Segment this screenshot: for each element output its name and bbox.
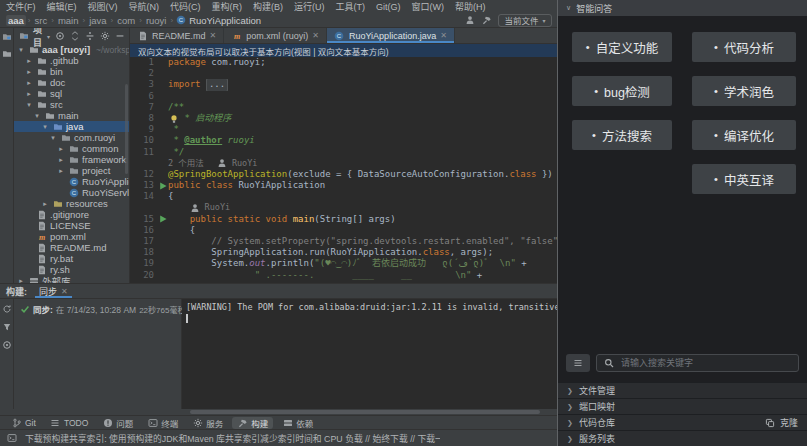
- close-tab-icon[interactable]: ✕: [440, 31, 447, 40]
- background-tasks-icon[interactable]: [6, 433, 17, 444]
- menu-item[interactable]: 编辑(E): [47, 0, 77, 13]
- menu-item[interactable]: 重构(R): [212, 0, 243, 13]
- close-tab-icon[interactable]: ✕: [210, 31, 217, 40]
- tree-item-aaa-ruoyi-[interactable]: ▾aaa [ruoyi]~/workspace/aaa: [14, 44, 129, 55]
- tree-item-doc[interactable]: ▸doc: [14, 77, 129, 88]
- tree-item-ruoyiapplication[interactable]: CRuoYiApplication: [14, 176, 129, 187]
- breadcrumb-item[interactable]: src: [33, 15, 50, 26]
- breadcrumb-item[interactable]: com: [115, 15, 137, 26]
- tree-item-ruoyiservletinitiali[interactable]: CRuoYiServletInitiali: [14, 187, 129, 198]
- assistant-section-端口映射[interactable]: ❯端口映射: [558, 398, 807, 414]
- run-line-icon[interactable]: [158, 180, 169, 191]
- close-tab-icon[interactable]: ✕: [312, 31, 319, 40]
- tree-item-.gitignore[interactable]: .gitignore: [14, 209, 129, 220]
- tool-window-button-git[interactable]: Git: [6, 417, 41, 429]
- commit-stripe-icon[interactable]: [1, 48, 12, 59]
- tree-item-src[interactable]: ▾src: [14, 99, 129, 110]
- inlay-hint[interactable]: 2 个用法: [168, 158, 204, 169]
- intention-bulb-icon[interactable]: [168, 113, 179, 124]
- project-view-icon: [18, 31, 29, 42]
- tool-window-button-todo[interactable]: TODO: [45, 417, 93, 429]
- breadcrumb-item[interactable]: java: [87, 15, 108, 26]
- menu-hamburger-button[interactable]: [566, 354, 590, 372]
- menu-item[interactable]: 窗口(W): [412, 0, 445, 13]
- tool-window-button-构建[interactable]: 构建: [232, 417, 273, 429]
- tree-item-pom.xml[interactable]: mpom.xml: [14, 231, 129, 242]
- build-refresh-icon[interactable]: [1, 303, 12, 314]
- menu-item[interactable]: 构建(B): [253, 0, 283, 13]
- breadcrumb-item[interactable]: aaa: [6, 15, 26, 26]
- tree-scrollbar[interactable]: [125, 84, 128, 174]
- clone-button[interactable]: 克隆: [765, 416, 798, 429]
- run-line-icon[interactable]: [158, 214, 169, 225]
- assistant-panel-header[interactable]: ∨ 智能问答: [558, 0, 807, 16]
- tool-window-button-依赖[interactable]: 依赖: [277, 417, 318, 429]
- close-icon[interactable]: ✕: [61, 287, 68, 296]
- breadcrumb-item[interactable]: main: [56, 15, 81, 26]
- menu-item[interactable]: 工具(T): [336, 0, 366, 13]
- user-toolbar-icon[interactable]: [464, 15, 475, 26]
- tree-item-resources[interactable]: ▸resources: [14, 198, 129, 209]
- assistant-button-自定义功能[interactable]: •自定义功能: [572, 32, 672, 62]
- editor-tab-pom.xml[interactable]: mpom.xml (ruoyi)✕: [224, 28, 327, 43]
- breadcrumb-item[interactable]: ruoyi: [144, 15, 169, 26]
- build-filter-icon[interactable]: [1, 321, 12, 332]
- assistant-button-bug检测[interactable]: •bug检测: [572, 76, 672, 106]
- hammer-toolbar-icon[interactable]: [481, 15, 492, 26]
- menu-item[interactable]: 文件(F): [6, 0, 36, 13]
- project-gear-icon[interactable]: [99, 31, 110, 42]
- project-target-icon[interactable]: [54, 31, 65, 42]
- menu-item[interactable]: 代码(C): [170, 0, 201, 13]
- inlay-hint[interactable]: RuoYi: [205, 202, 231, 213]
- build-target-icon[interactable]: [1, 339, 12, 350]
- assistant-button-代码分析[interactable]: •代码分析: [692, 32, 796, 62]
- tree-item-framework[interactable]: ▸framework: [14, 154, 129, 165]
- editor-tab-readme.md[interactable]: README.md✕: [130, 28, 224, 43]
- assistant-button-中英互译[interactable]: •中英互译: [692, 164, 796, 194]
- editor-tab-ruoyiapplication.java[interactable]: CRuoYiApplication.java✕: [327, 28, 455, 43]
- inlay-hint[interactable]: RuoYi: [232, 158, 258, 169]
- tree-item-readme.md[interactable]: README.md: [14, 242, 129, 253]
- build-tab-sync[interactable]: 同步✕: [35, 284, 72, 298]
- tree-item-com.ruoyi[interactable]: ▾com.ruoyi: [14, 132, 129, 143]
- project-minus-icon[interactable]: [114, 31, 125, 42]
- menu-item[interactable]: 视图(V): [88, 0, 118, 13]
- tree-item-main[interactable]: ▾main: [14, 110, 129, 121]
- tool-window-button-终端[interactable]: 终端: [142, 417, 183, 429]
- menu-item[interactable]: 帮助(H): [455, 0, 486, 13]
- tool-window-button-问题[interactable]: 问题: [97, 417, 138, 429]
- assistant-section-文件管理[interactable]: ❯文件管理: [558, 382, 807, 398]
- project-stripe-icon[interactable]: [1, 31, 12, 42]
- tree-item-project[interactable]: ▸project: [14, 165, 129, 176]
- breadcrumb-current[interactable]: CRuoYiApplication: [175, 15, 261, 26]
- assistant-button-方法搜索[interactable]: •方法搜索: [572, 120, 672, 150]
- project-divide-icon[interactable]: [84, 31, 95, 42]
- build-sync-row[interactable]: 同步: 在 7/14/23, 10:28 AM 22秒765毫秒: [19, 303, 176, 315]
- assistant-button-编译优化[interactable]: •编译优化: [692, 120, 796, 150]
- project-collapse-icon[interactable]: [69, 31, 80, 42]
- menu-item[interactable]: 运行(U): [294, 0, 325, 13]
- tree-item-.github[interactable]: ▸.github: [14, 55, 129, 66]
- build-panel-title: 构建:: [6, 285, 27, 298]
- assistant-button-学术润色[interactable]: •学术润色: [692, 76, 796, 106]
- tree-item-ry.sh[interactable]: ry.sh: [14, 264, 129, 275]
- hammer-icon: [237, 417, 248, 428]
- search-input[interactable]: [619, 357, 792, 369]
- tool-window-button-服务[interactable]: 服务: [187, 417, 228, 429]
- tree-item-common[interactable]: ▸common: [14, 143, 129, 154]
- srcfolder-icon: [52, 121, 63, 132]
- tree-item-license[interactable]: LICENSE: [14, 220, 129, 231]
- run-configuration-combo[interactable]: 当前文件▾: [498, 14, 551, 27]
- assistant-section-代码仓库[interactable]: ❯代码仓库克隆: [558, 414, 807, 430]
- tree-item-java[interactable]: ▾java: [14, 121, 129, 132]
- tree-item-外部库[interactable]: ▸外部库: [14, 275, 129, 283]
- menu-item[interactable]: Git(G): [376, 2, 401, 12]
- tree-item-sql[interactable]: ▸sql: [14, 88, 129, 99]
- menu-item[interactable]: 导航(N): [129, 0, 160, 13]
- status-message[interactable]: 下载预构建共享索引: 使用预构建的JDK和Maven 库共享索引减少索引时间和 …: [25, 432, 440, 445]
- sync-label: 同步:: [33, 303, 53, 315]
- gear-icon: [192, 417, 203, 428]
- assistant-section-服务列表[interactable]: ❯服务列表: [558, 430, 807, 446]
- tree-item-ry.bat[interactable]: ry.bat: [14, 253, 129, 264]
- tree-item-bin[interactable]: ▸bin: [14, 66, 129, 77]
